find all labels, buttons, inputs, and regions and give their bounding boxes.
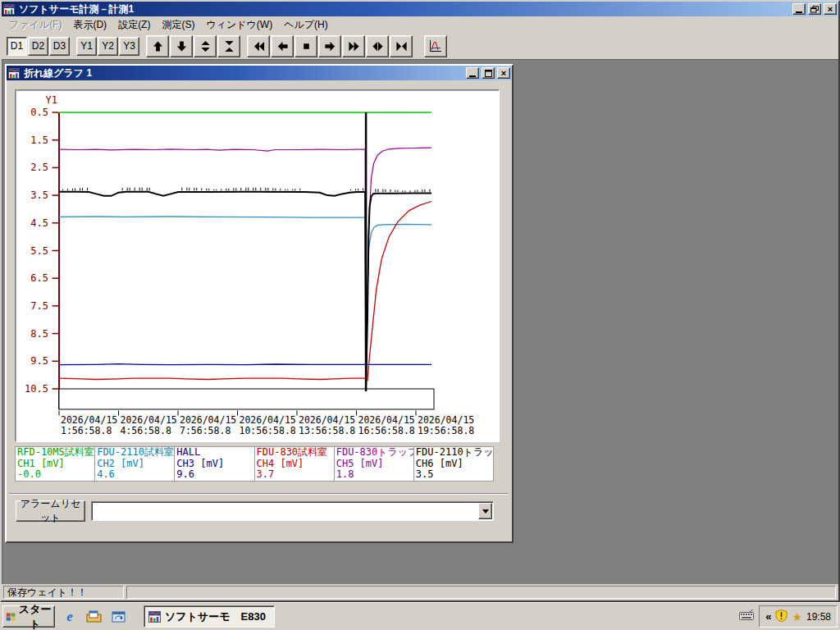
app-title: ソフトサーモ計測－計測1	[17, 2, 790, 16]
mdi-area: 折れ線グラフ 1 × Y10.51.52.53.54.55.56.57.58.5…	[2, 59, 838, 584]
tray-clock[interactable]: 19:58	[806, 611, 831, 623]
y-tick-label: 5.5	[30, 245, 48, 257]
toolbar-compress-horizontal-button[interactable]	[390, 35, 413, 57]
minimize-icon	[796, 11, 802, 13]
ie-icon: e	[66, 609, 73, 625]
toolbar-d1-button[interactable]: D1	[7, 37, 27, 56]
series-line-CH5	[59, 148, 431, 383]
toolbar-step-right-button[interactable]	[318, 35, 341, 57]
y-tick-label: 7.5	[30, 300, 48, 312]
graph-window-icon	[8, 68, 20, 79]
combobox-dropdown-button[interactable]	[478, 503, 492, 519]
keyboard-icon	[739, 609, 754, 621]
quicklaunch-ie-icon[interactable]: e	[60, 607, 80, 627]
graph-window: 折れ線グラフ 1 × Y10.51.52.53.54.55.56.57.58.5…	[5, 64, 514, 543]
toolbar-fast-rewind-button[interactable]	[247, 35, 270, 57]
menu-help[interactable]: ヘルプ(H)	[278, 16, 334, 34]
alarm-combobox[interactable]	[91, 501, 494, 521]
toolbar-scroll-down-button[interactable]	[170, 35, 193, 57]
toolbar-y3-button[interactable]: Y3	[119, 37, 139, 56]
menu-measure[interactable]: 測定(S)	[156, 16, 200, 34]
toolbar-fast-forward-button[interactable]	[342, 35, 365, 57]
legend-cell-ch3: HALL CH3 [mV] 9.6	[175, 447, 254, 481]
toolbar-stop-button[interactable]	[294, 35, 317, 57]
channel-name: FDU-2110試料室	[97, 447, 172, 459]
graph-maximize-button[interactable]	[482, 67, 495, 79]
channel-label: CH2 [mV]	[97, 459, 172, 470]
toolbar-compress-vertical-button[interactable]	[217, 35, 240, 57]
channel-value: -0.0	[17, 469, 93, 481]
graph-minimize-button[interactable]	[466, 67, 479, 79]
channel-name: FDU-2110トラップ	[416, 447, 491, 459]
compress-horizontal-icon	[395, 40, 408, 52]
task-button-softthermo[interactable]: ソフトサーモ E830	[144, 605, 275, 628]
windows-logo-icon	[6, 611, 16, 623]
channel-value: 3.5	[416, 469, 491, 481]
channel-label: CH5 [mV]	[336, 459, 412, 470]
toolbar-expand-horizontal-button[interactable]	[366, 35, 389, 57]
graph-window-body: Y10.51.52.53.54.55.56.57.58.59.510.52026…	[7, 80, 512, 541]
start-button[interactable]: スタート	[2, 605, 55, 628]
legend-cell-ch1: RFD-10MS試料室 CH1 [mV] -0.0	[16, 447, 95, 481]
star-icon[interactable]: ★	[792, 611, 802, 623]
arrow-down-icon	[176, 40, 188, 52]
y-tick-label: 10.5	[25, 383, 48, 395]
line-chart[interactable]: Y10.51.52.53.54.55.56.57.58.59.510.52026…	[16, 90, 497, 440]
channel-label: CH3 [mV]	[176, 459, 252, 470]
minimize-button[interactable]	[792, 3, 806, 15]
menu-window[interactable]: ウィンドウ(W)	[200, 16, 278, 34]
graph-titlebar[interactable]: 折れ線グラフ 1 ×	[7, 66, 512, 80]
menu-file[interactable]: ファイル(F)	[3, 16, 67, 34]
toolbar: D1 D2 D3 Y1 Y2 Y3	[2, 33, 838, 59]
toolbar-d3-button[interactable]: D3	[49, 37, 70, 56]
alarm-reset-button[interactable]: アラームリセット	[16, 500, 85, 522]
channel-name: RFD-10MS試料室	[17, 447, 93, 459]
toolbar-expand-vertical-button[interactable]	[194, 35, 217, 57]
close-button[interactable]: ×	[824, 3, 837, 15]
legend-cell-ch6: FDU-2110トラップ CH6 [mV] 3.5	[414, 447, 493, 481]
channel-name: HALL	[176, 447, 252, 459]
restore-button[interactable]	[808, 3, 821, 15]
compress-vertical-icon	[223, 40, 235, 52]
tray-chevron-icon[interactable]: «	[765, 610, 771, 623]
menu-settings[interactable]: 設定(Z)	[112, 16, 156, 34]
app-icon	[3, 4, 15, 15]
stop-icon	[300, 40, 313, 52]
channel-label: CH6 [mV]	[416, 459, 491, 470]
fast-forward-icon	[348, 40, 360, 52]
expand-horizontal-icon	[372, 40, 384, 52]
chart-area[interactable]: Y10.51.52.53.54.55.56.57.58.59.510.52026…	[15, 89, 500, 442]
arrow-left-icon	[276, 40, 289, 52]
minimize-icon	[469, 75, 476, 77]
quicklaunch-show-desktop-icon[interactable]	[84, 607, 104, 627]
security-alert-icon[interactable]	[775, 609, 788, 624]
y-tick-label: 3.5	[30, 189, 48, 201]
channel-name: FDU-830トラップ	[336, 447, 412, 459]
system-tray: « ★ 19:58	[759, 605, 838, 628]
restore-icon	[810, 6, 819, 13]
toolbar-step-left-button[interactable]	[271, 35, 294, 57]
toolbar-d2-button[interactable]: D2	[28, 37, 48, 56]
chevron-down-icon	[482, 509, 489, 514]
start-label: スタート	[18, 602, 52, 630]
app-titlebar[interactable]: ソフトサーモ計測－計測1 ×	[2, 2, 838, 16]
menu-view[interactable]: 表示(D)	[67, 16, 112, 34]
channel-legend: RFD-10MS試料室 CH1 [mV] -0.0 FDU-2110試料室 CH…	[15, 446, 494, 482]
window-arrow-icon	[112, 610, 126, 623]
series-line-CH3	[59, 364, 431, 365]
y-tick-label: 6.5	[30, 272, 48, 284]
legend-cell-ch5: FDU-830トラップ CH5 [mV] 1.8	[335, 447, 414, 481]
toolbar-scroll-up-button[interactable]	[146, 35, 169, 57]
graph-window-title: 折れ線グラフ 1	[22, 66, 463, 80]
y-tick-label: 9.5	[30, 355, 48, 367]
ime-keyboard-icon[interactable]	[739, 609, 754, 624]
x-time-label: 10:56:58.8	[240, 425, 296, 436]
channel-value: 3.7	[257, 469, 332, 481]
shield-icon	[775, 609, 788, 622]
toolbar-graph-button[interactable]	[424, 35, 447, 57]
quicklaunch-outlook-icon[interactable]	[109, 607, 129, 627]
toolbar-y2-button[interactable]: Y2	[98, 37, 118, 56]
menu-bar: ファイル(F) 表示(D) 設定(Z) 測定(S) ウィンドウ(W) ヘルプ(H…	[2, 16, 838, 33]
graph-close-button[interactable]: ×	[497, 67, 510, 79]
toolbar-y1-button[interactable]: Y1	[76, 37, 97, 56]
